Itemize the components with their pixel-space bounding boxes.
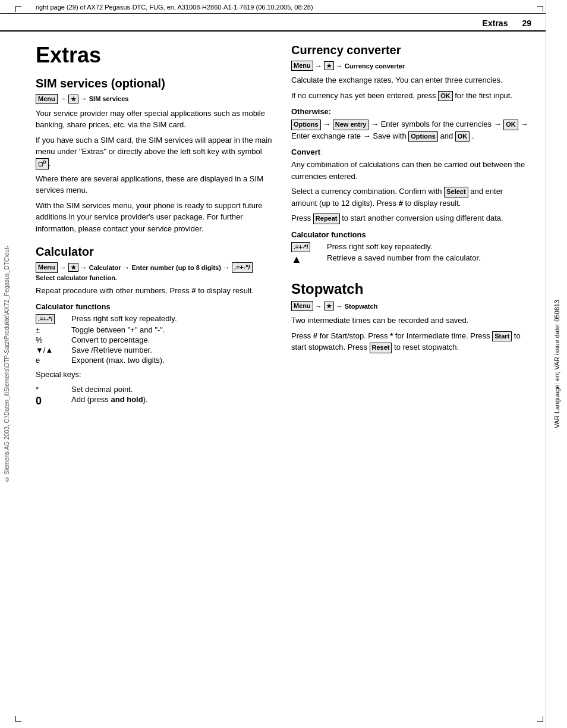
currency-menu-key: Menu — [291, 61, 313, 71]
calc-section-title: Calculator — [36, 245, 273, 259]
special-key-row-1: * Set decimal point. — [36, 384, 273, 394]
calc-func-row-4: ▼/▲ Save /Retrieve number. — [36, 345, 273, 355]
corner-tr — [537, 6, 543, 12]
options-key-1: Options — [291, 120, 321, 130]
calc-desc-3: Convert to percentage. — [71, 335, 273, 345]
currency-key-1: .=+-*/ — [291, 242, 310, 252]
reset-key: Reset — [370, 343, 392, 353]
calc-desc-2: Toggle between "+" and "-". — [71, 325, 273, 335]
right-sidebar: VAR Language: en; VAR issue date: 050613 — [546, 0, 567, 728]
calc-func-row-2: ± Toggle between "+" and "-". — [36, 325, 273, 335]
menu-key: Menu — [36, 94, 58, 104]
stopwatch-section-title: Stopwatch — [291, 281, 529, 297]
calc-functions-table: .=+-*/ Press right soft key repeatedly. … — [36, 313, 273, 365]
convert-para3: Press Repeat to start another conversion… — [291, 212, 529, 224]
calc-key-1: .=+-*/ — [36, 314, 55, 324]
page-title: Extras — [36, 43, 273, 67]
special-desc-1: Set decimal point. — [71, 384, 273, 394]
right-column: Currency converter Menu → ★ → Currency c… — [291, 43, 529, 412]
special-keys-label: Special keys: — [36, 369, 273, 381]
calc-key-3: % — [36, 335, 71, 345]
ok-key-1: OK — [438, 91, 453, 101]
main-content: Extras SIM services (optional) Menu → ★ … — [0, 32, 567, 423]
calc-key-5: e — [36, 355, 71, 365]
sim-icon: ★ — [68, 95, 78, 103]
currency-para2: If no currency has yet been entered, pre… — [291, 90, 529, 102]
calc-select-label: Select calculator function. — [36, 274, 117, 281]
top-bar-text: right page (29) of AX72 Pegasus-DTC, FUG… — [36, 4, 313, 11]
calc-menu-key: Menu — [36, 262, 58, 272]
calc-func-row-5: e Exponent (max. two digits). — [36, 355, 273, 365]
calc-desc-1: Press right soft key repeatedly. — [71, 313, 273, 325]
currency-para1: Calculate the exchange rates. You can en… — [291, 74, 529, 86]
sim-section-title: SIM services (optional) — [36, 77, 273, 90]
calc-icon: ★ — [68, 263, 78, 272]
currency-menu-path: Menu → ★ → Currency converter — [291, 61, 529, 71]
convert-para1: Any combination of calculations can then… — [291, 159, 529, 182]
ok-key-2: OK — [503, 120, 518, 130]
corner-bl — [15, 716, 21, 722]
calc-functions-title: Calculator functions — [36, 302, 273, 311]
calc-desc-5: Exponent (max. two digits). — [71, 355, 273, 365]
options-key-2: Options — [408, 131, 438, 142]
start-key: Start — [492, 331, 512, 341]
calc-repeat-para: Repeat procedure with other numbers. Pre… — [36, 285, 273, 297]
select-key: Select — [444, 187, 468, 197]
sim-para2: If you have such a SIM card, the SIM ser… — [36, 134, 273, 170]
stopwatch-para1: Two intermediate times can be recorded a… — [291, 315, 529, 327]
special-desc-2: Add (press and hold). — [71, 394, 273, 408]
currency-func-row-1: .=+-*/ Press right soft key repeatedly. — [291, 241, 529, 253]
ok-key-3: OK — [455, 131, 470, 142]
header-page-num: 29 — [522, 18, 531, 28]
convert-para2: Select a currency combination. Confirm w… — [291, 186, 529, 209]
sim-path-label: SIM services — [89, 95, 129, 102]
calc-func-row-3: % Convert to percentage. — [36, 335, 273, 345]
stopwatch-menu-key: Menu — [291, 301, 313, 311]
calc-path-enter: Enter number (up to 8 digits) — [132, 264, 221, 271]
calc-desc-4: Save /Retrieve number. — [71, 345, 273, 355]
calc-path-label: Calculator — [89, 264, 121, 271]
sim-symbol-icon: ◻D — [36, 158, 49, 169]
header-title: Extras — [483, 18, 508, 28]
stopwatch-para2: Press # for Start/stop. Press * for Inte… — [291, 330, 529, 353]
otherwise-text: Options → New entry → Enter symbols for … — [291, 118, 529, 142]
left-sidebar-text: © Siemens AG 2003, C:\Daten_it\Siemens\D… — [4, 246, 10, 482]
currency-calc-functions-table: .=+-*/ Press right soft key repeatedly. … — [291, 241, 529, 266]
stopwatch-menu-path: Menu → ★ → Stopwatch — [291, 301, 529, 311]
page-header: Extras 29 — [0, 14, 567, 32]
otherwise-title: Otherwise: — [291, 107, 529, 116]
corner-br — [537, 716, 543, 722]
corner-tl — [15, 6, 21, 12]
sim-para4: With the SIM services menu, your phone i… — [36, 200, 273, 235]
currency-key-2: ▲ — [291, 253, 327, 266]
calc-func-key: .=+-*/ — [232, 262, 253, 272]
repeat-key: Repeat — [313, 214, 340, 224]
stopwatch-icon: ★ — [324, 302, 334, 310]
sim-menu-path: Menu → ★ → SIM services — [36, 94, 273, 104]
calc-func-row-1: .=+-*/ Press right soft key repeatedly. — [36, 313, 273, 325]
special-key-2: 0 — [36, 394, 71, 408]
left-column: Extras SIM services (optional) Menu → ★ … — [36, 43, 273, 412]
calc-menu-path: Menu → ★ → Calculator → Enter number (up… — [36, 262, 273, 281]
special-key-row-2: 0 Add (press and hold). — [36, 394, 273, 408]
right-sidebar-text: VAR Language: en; VAR issue date: 050613 — [553, 300, 560, 428]
sim-para1: Your service provider may offer special … — [36, 108, 273, 131]
top-bar: right page (29) of AX72 Pegasus-DTC, FUG… — [0, 0, 567, 14]
currency-desc-2: Retrieve a saved number from the calcula… — [327, 253, 529, 266]
convert-title: Convert — [291, 148, 529, 156]
sim-para3: Where there are several applications, th… — [36, 173, 273, 196]
currency-section-title: Currency converter — [291, 43, 529, 57]
calc-key-2: ± — [36, 325, 71, 335]
newentry-key: New entry — [333, 120, 369, 130]
currency-func-row-2: ▲ Retrieve a saved number from the calcu… — [291, 253, 529, 266]
calc-key-4: ▼/▲ — [36, 345, 71, 355]
currency-path-label: Currency converter — [345, 62, 405, 70]
left-sidebar: © Siemens AG 2003, C:\Daten_it\Siemens\D… — [0, 0, 13, 728]
special-keys-table: * Set decimal point. 0 Add (press and ho… — [36, 384, 273, 408]
currency-desc-1: Press right soft key repeatedly. — [327, 241, 529, 253]
stopwatch-path-label: Stopwatch — [345, 303, 378, 310]
currency-icon: ★ — [324, 61, 334, 70]
special-key-1: * — [36, 384, 71, 394]
currency-calc-functions-title: Calculator functions — [291, 230, 529, 239]
